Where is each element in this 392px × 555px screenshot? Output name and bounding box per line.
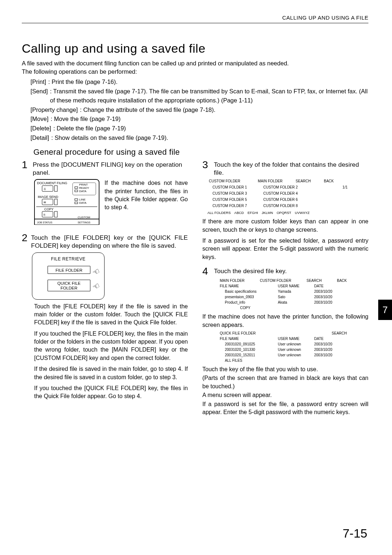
file-row[interactable]: Basic specificationsYamada2003/10/20 <box>219 289 349 293</box>
svg-text:IMAGE SEND: IMAGE SEND <box>38 195 58 199</box>
hand-icon: ☜ <box>91 280 102 292</box>
panel-doc-filing: DOCUMENT FILING <box>37 181 67 185</box>
op-detail-label: [Detail] <box>30 133 49 143</box>
main-folder-file-list: MAIN FOLDER CUSTOM FOLDER SEARCH BACK FI… <box>219 279 349 310</box>
operation-list: [Print] : Print the file (page 7-16). [S… <box>30 77 368 142</box>
file-row[interactable]: Product_infoAkata2003/10/20 <box>219 300 349 304</box>
folder-key[interactable]: CUSTOM FOLDER 1 <box>213 185 256 189</box>
col-header: FILE NAME <box>220 284 274 288</box>
step-2-number: 2 <box>22 233 28 243</box>
step-3-para-2: If a password is set for the selected fo… <box>203 237 369 261</box>
svg-text:⎙: ⎙ <box>44 187 46 191</box>
header-rule <box>22 23 368 23</box>
hand-icon: ☜ <box>91 266 102 278</box>
list-tab[interactable]: MAIN FOLDER <box>220 279 245 283</box>
alpha-tab[interactable]: EFGHI <box>248 211 258 215</box>
svg-text:DATA: DATA <box>79 190 87 193</box>
step-4-para-4: A menu screen will appear. <box>203 391 369 399</box>
col-header: USER NAME <box>278 337 311 341</box>
copy-label: COPY <box>240 306 349 310</box>
operation-panel-diagram: DOCUMENT FILING ⎙ PRINT READY DATA IMAGE… <box>34 179 99 226</box>
step-4-number: 4 <box>203 266 211 276</box>
op-prop-text: : Change the attribute of the saved file… <box>80 105 215 115</box>
step-2-para-1: Touch the [FILE FOLDER] key if the file … <box>34 303 188 327</box>
step-1-number: 1 <box>22 160 29 170</box>
step-2-para-3: If the desired file is saved in the main… <box>34 365 188 381</box>
quick-file-list: QUICK FILE FOLDER SEARCH FILE NAME USER … <box>219 331 349 362</box>
subheading: General procedure for using a saved file <box>33 147 368 157</box>
page-title: Calling up and using a saved file <box>22 41 368 56</box>
step-4-note: If the machine does not have the printer… <box>203 313 369 329</box>
folder-key[interactable]: CUSTOM FOLDER 2 <box>264 185 307 189</box>
file-row[interactable]: 20031020_152011User unknown2003/10/20 <box>219 353 349 357</box>
col-header: FILE NAME <box>220 337 274 341</box>
list-tab[interactable]: CUSTOM FOLDER <box>260 279 291 283</box>
file-row[interactable]: 20031020_101330User unknown2003/10/20 <box>219 348 349 352</box>
folder-key[interactable]: CUSTOM FOLDER 4 <box>264 191 307 195</box>
search-button[interactable]: SEARCH <box>296 179 311 183</box>
op-del-label: [Delete] <box>30 124 51 133</box>
all-files-label[interactable]: ALL FILES <box>225 358 274 362</box>
intro-line-1: A file saved with the document filing fu… <box>22 59 368 68</box>
back-button[interactable]: BACK <box>324 179 334 183</box>
intro-line-2: The following operations can be performe… <box>22 68 368 76</box>
alpha-tab[interactable]: ALL FOLDERS <box>208 211 231 215</box>
alpha-tab[interactable]: ABCD <box>234 211 244 215</box>
svg-text:⎘: ⎘ <box>44 213 45 216</box>
screen3-title: CUSTOM FOLDER <box>209 179 241 183</box>
retrieve-title: FILE RETRIEVE <box>32 256 104 262</box>
col-header: DATE <box>314 284 336 288</box>
step-1-text: Press the [DOCUMENT FILING] key on the o… <box>33 160 188 177</box>
main-folder-button[interactable]: MAIN FOLDER <box>258 179 282 183</box>
right-column: 3 Touch the key of the folder that conta… <box>203 160 369 416</box>
search-button[interactable]: SEARCH <box>307 279 322 283</box>
svg-text:READY: READY <box>79 186 89 190</box>
op-send-label: [Send] <box>30 87 48 105</box>
step-1: 1 Press the [DOCUMENT FILING] key on the… <box>22 160 188 177</box>
step-4-para-5: If a password is set for the file, a pas… <box>203 400 369 417</box>
folder-key[interactable]: CUSTOM FOLDER 5 <box>213 198 256 202</box>
file-row[interactable]: presentaion_0903Sato2003/10/20 <box>219 295 349 299</box>
back-button[interactable]: BACK <box>337 279 347 283</box>
folder-key[interactable]: CUSTOM FOLDER 6 <box>264 198 307 202</box>
svg-text:PRINT: PRINT <box>79 183 88 186</box>
chapter-tab: 7 <box>378 300 392 320</box>
op-move-text: : Move the file (page 7-19) <box>51 114 121 124</box>
svg-text:CUSTOM: CUSTOM <box>78 216 90 219</box>
svg-text:JOB STATUS: JOB STATUS <box>37 221 52 224</box>
step-2-para-2: If you touched the [FILE FOLDER] key, th… <box>34 330 188 362</box>
alpha-tab[interactable]: UVWXYZ <box>295 211 310 215</box>
step-2-para-4: If you touched the [QUICK FILE FOLDER] k… <box>34 384 188 401</box>
step-2-text: Touch the [FILE FOLDER] key or the [QUIC… <box>31 233 188 250</box>
file-retrieve-panel: FILE RETRIEVE FILE FOLDER QUICK FILE FOL… <box>32 252 105 300</box>
alpha-tab[interactable]: OPQRST <box>277 211 291 215</box>
folder-key[interactable]: CUSTOM FOLDER 7 <box>213 204 256 208</box>
step-1-note: If the machine does not have the printer… <box>105 179 188 212</box>
search-button[interactable]: SEARCH <box>332 331 347 335</box>
op-send-text: : Transmit the saved file (page 7-17). T… <box>50 87 368 105</box>
folder-key[interactable]: CUSTOM FOLDER 3 <box>213 191 256 195</box>
page-indicator: 1/1 <box>343 185 348 189</box>
col-header: USER NAME <box>278 284 311 288</box>
custom-folder-screen: CUSTOM FOLDER MAIN FOLDER SEARCH BACK CU… <box>206 179 337 215</box>
op-prop-label: [Property change] <box>30 105 78 115</box>
alpha-tab[interactable]: JKLMN <box>262 211 273 215</box>
left-column: 1 Press the [DOCUMENT FILING] key on the… <box>22 160 188 416</box>
step-4-para-3: (Parts of the screen that are framed in … <box>203 374 369 390</box>
op-del-text: : Delete the file (page 7-19) <box>53 124 126 133</box>
step-4-para-2: Touch the key of the file that you wish … <box>203 365 369 373</box>
op-print-text: : Print the file (page 7-16). <box>48 77 118 87</box>
file-folder-button[interactable]: FILE FOLDER <box>48 266 90 274</box>
svg-text:COPY: COPY <box>44 207 54 211</box>
op-print-label: [Print] <box>30 77 46 87</box>
running-head: CALLING UP AND USING A FILE <box>22 15 368 21</box>
quick-file-folder-button[interactable]: QUICK FILE FOLDER <box>48 280 90 291</box>
step-4: 4 Touch the desired file key. <box>203 266 369 276</box>
step-3-text: Touch the key of the folder that contain… <box>214 160 368 177</box>
op-detail-text: : Show details on the saved file (page 7… <box>51 133 168 143</box>
step-2: 2 Touch the [FILE FOLDER] key or the [QU… <box>22 233 188 250</box>
svg-text:LINE: LINE <box>79 198 86 201</box>
folder-key[interactable]: CUSTOM FOLDER 8 <box>264 204 307 208</box>
step-3-para-1: If there are more custom folder keys tha… <box>203 218 369 234</box>
file-row[interactable]: 20031020_091025User unknown2003/10/20 <box>219 342 349 346</box>
